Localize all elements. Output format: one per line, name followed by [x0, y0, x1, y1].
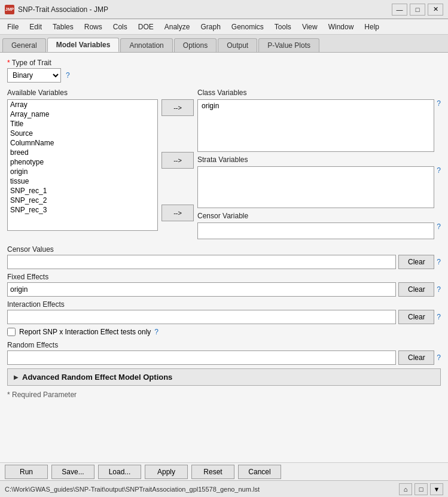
available-vars-listbox[interactable]: Array Array_name Title Source ColumnName…	[7, 99, 158, 231]
menu-analyze[interactable]: Analyze	[160, 22, 195, 32]
interaction-effects-clear-btn[interactable]: Clear	[398, 310, 434, 324]
fixed-effects-input[interactable]	[7, 282, 396, 297]
app-icon: JMP	[5, 5, 14, 14]
list-item[interactable]: SNP_rec_1	[8, 186, 157, 196]
list-item[interactable]: Title	[8, 119, 157, 129]
save-button[interactable]: Save...	[51, 465, 95, 479]
list-item[interactable]: Source	[8, 129, 157, 138]
status-icon-btn-2[interactable]: □	[415, 483, 428, 495]
class-vars-help[interactable]: ?	[437, 99, 441, 108]
advanced-section[interactable]: ▶ Advanced Random Effect Model Options	[7, 368, 441, 386]
snp-checkbox[interactable]	[7, 328, 16, 336]
fixed-effects-help[interactable]: ?	[437, 285, 441, 294]
censor-var-listbox[interactable]	[197, 222, 434, 239]
list-item[interactable]: tissue	[8, 176, 157, 186]
trait-type-help[interactable]: ?	[66, 71, 70, 80]
menu-cols[interactable]: Cols	[108, 22, 132, 32]
menu-file[interactable]: File	[2, 22, 23, 32]
random-effects-row: Random Effects Clear ?	[7, 341, 441, 365]
apply-button[interactable]: Apply	[145, 465, 188, 479]
load-button[interactable]: Load...	[98, 465, 141, 479]
list-item[interactable]: origin	[8, 167, 157, 176]
run-button[interactable]: Run	[5, 465, 48, 479]
variables-section: Available Variables Array Array_name Tit…	[7, 89, 441, 239]
minimize-button[interactable]: —	[392, 4, 407, 16]
available-vars-col: Available Variables Array Array_name Tit…	[7, 89, 158, 231]
class-vars-label: Class Variables	[197, 89, 441, 97]
tab-general[interactable]: General	[2, 38, 46, 52]
title-bar-left: JMP SNP-Trait Association - JMP	[5, 5, 108, 14]
trait-type-select[interactable]: Binary Continuous Ordinal Nominal Surviv…	[7, 68, 61, 83]
fixed-effects-input-row: Clear ?	[7, 282, 441, 297]
interaction-effects-help[interactable]: ?	[437, 313, 441, 321]
tab-pvalue-plots[interactable]: P-Value Plots	[258, 38, 319, 52]
list-item[interactable]: phenotype	[8, 157, 157, 167]
class-vars-listbox[interactable]: origin	[197, 99, 434, 152]
tab-model-variables[interactable]: Model Variables	[47, 38, 120, 52]
random-effects-label: Random Effects	[7, 341, 441, 349]
maximize-button[interactable]: □	[410, 4, 425, 16]
status-icon-btn-3[interactable]: ▼	[430, 483, 443, 495]
fixed-effects-row: Fixed Effects Clear ?	[7, 273, 441, 297]
list-item[interactable]: Array_name	[8, 109, 157, 119]
tab-bar: General Model Variables Annotation Optio…	[0, 35, 448, 53]
window-title: SNP-Trait Association - JMP	[18, 5, 108, 14]
arrow-btn-1[interactable]: -->	[161, 99, 194, 116]
list-item[interactable]: origin	[199, 101, 432, 111]
censor-values-row: Censor Values Clear ?	[7, 245, 441, 269]
menu-genomics[interactable]: Genomics	[227, 22, 269, 32]
trait-type-label: * Type of Trait	[7, 59, 441, 67]
tab-annotation[interactable]: Annotation	[120, 38, 172, 52]
random-effects-help[interactable]: ?	[437, 353, 441, 362]
interaction-effects-input-row: Clear ?	[7, 310, 441, 324]
censor-values-label: Censor Values	[7, 245, 441, 254]
tab-output[interactable]: Output	[218, 38, 257, 52]
censor-values-clear-btn[interactable]: Clear	[398, 255, 434, 269]
status-icon-btn-1[interactable]: ⌂	[399, 483, 412, 495]
main-content: * Type of Trait Binary Continuous Ordina…	[0, 53, 448, 462]
tab-options[interactable]: Options	[174, 38, 217, 52]
class-vars-group: Class Variables origin ?	[197, 89, 441, 152]
menu-graph[interactable]: Graph	[196, 22, 225, 32]
interaction-effects-row: Interaction Effects Clear ?	[7, 300, 441, 324]
random-effects-input[interactable]	[7, 350, 396, 365]
list-item[interactable]: ColumnName	[8, 138, 157, 148]
fixed-effects-clear-btn[interactable]: Clear	[398, 282, 434, 297]
reset-button[interactable]: Reset	[191, 465, 234, 479]
random-effects-clear-btn[interactable]: Clear	[398, 350, 434, 365]
required-param: * Required Parameter	[7, 391, 441, 399]
list-item[interactable]: SNP_rec_2	[8, 196, 157, 205]
censor-var-label: Censor Variable	[197, 212, 441, 220]
list-item[interactable]: SNP_rec_3	[8, 205, 157, 215]
menu-tables[interactable]: Tables	[48, 22, 78, 32]
interaction-effects-input[interactable]	[7, 310, 396, 324]
censor-values-input-row: Clear ?	[7, 255, 441, 269]
menu-doe[interactable]: DOE	[133, 22, 159, 32]
snp-checkbox-row: Report SNP x Interaction Effect tests on…	[7, 328, 441, 336]
censor-var-group: Censor Variable ?	[197, 212, 441, 239]
arrow-btn-3[interactable]: -->	[161, 205, 194, 221]
available-vars-label: Available Variables	[7, 89, 158, 97]
censor-var-help[interactable]: ?	[437, 222, 441, 231]
close-button[interactable]: ✕	[428, 4, 443, 16]
strata-vars-help[interactable]: ?	[437, 166, 441, 175]
censor-values-input[interactable]	[7, 255, 396, 269]
list-item[interactable]: breed	[8, 148, 157, 157]
strata-vars-listbox[interactable]	[197, 166, 434, 208]
required-star: *	[7, 59, 10, 67]
title-controls: — □ ✕	[392, 4, 443, 16]
strata-vars-row: ?	[197, 166, 441, 208]
cancel-button[interactable]: Cancel	[238, 465, 281, 479]
censor-values-help[interactable]: ?	[437, 258, 441, 266]
menu-help[interactable]: Help	[359, 22, 384, 32]
list-item[interactable]: Array	[8, 100, 157, 109]
menu-rows[interactable]: Rows	[80, 22, 107, 32]
strata-vars-label: Strata Variables	[197, 155, 441, 164]
snp-checkbox-help[interactable]: ?	[154, 328, 159, 336]
menu-tools[interactable]: Tools	[270, 22, 296, 32]
menu-edit[interactable]: Edit	[25, 22, 47, 32]
menu-window[interactable]: Window	[324, 22, 359, 32]
menu-view[interactable]: View	[297, 22, 322, 32]
advanced-label: Advanced Random Effect Model Options	[22, 373, 172, 382]
arrow-btn-2[interactable]: -->	[161, 152, 194, 169]
